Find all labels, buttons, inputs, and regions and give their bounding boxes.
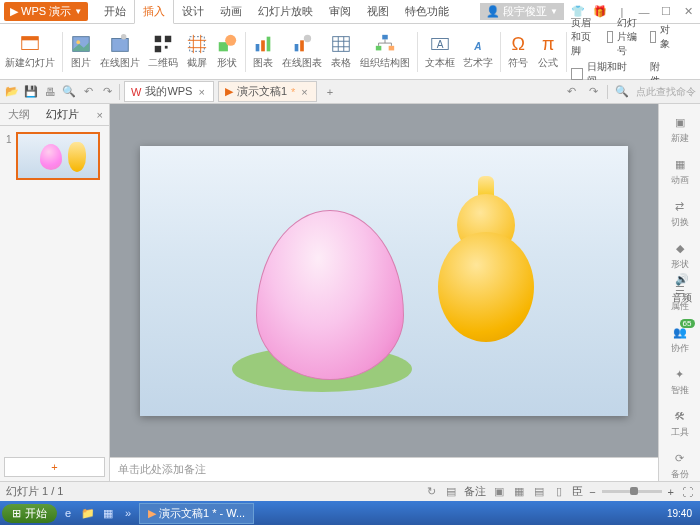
- slide-counter: 幻灯片 1 / 1: [6, 484, 63, 499]
- app-badge[interactable]: ▶ WPS 演示 ▼: [4, 2, 88, 21]
- view-slideshow-icon[interactable]: ▯: [552, 485, 566, 499]
- ribbon-formula[interactable]: π公式: [534, 24, 562, 79]
- save-icon[interactable]: 💾: [23, 84, 39, 100]
- image-cloud-icon: [109, 33, 131, 55]
- svg-text:A: A: [473, 41, 481, 52]
- loop-icon[interactable]: ↻: [424, 485, 438, 499]
- ribbon-textbox[interactable]: A文本框: [422, 24, 458, 79]
- menu-tab-review[interactable]: 审阅: [321, 0, 359, 23]
- ie-icon[interactable]: e: [59, 504, 77, 522]
- notes-pane[interactable]: 单击此处添加备注: [110, 457, 658, 481]
- ribbon-symbol[interactable]: Ω符号: [504, 24, 532, 79]
- svg-point-18: [304, 35, 311, 42]
- outline-tab[interactable]: 大纲: [0, 104, 38, 125]
- folder-icon[interactable]: 📁: [79, 504, 97, 522]
- svg-rect-1: [22, 37, 39, 41]
- ribbon-audio[interactable]: 🔊音频: [668, 24, 696, 525]
- close-icon[interactable]: ×: [299, 86, 309, 98]
- close-icon[interactable]: ×: [91, 109, 109, 121]
- menu-tab-insert[interactable]: 插入: [134, 0, 174, 24]
- notes-label[interactable]: 备注: [464, 484, 486, 499]
- svg-point-3: [76, 40, 80, 44]
- doc-tab-presentation[interactable]: ▶演示文稿1*×: [218, 81, 317, 102]
- peach-shape[interactable]: [256, 210, 404, 380]
- preview-icon[interactable]: 🔍: [61, 84, 77, 100]
- task-presentation[interactable]: ▶演示文稿1 * - W...: [139, 503, 254, 524]
- ribbon-chart[interactable]: 图表: [249, 24, 277, 79]
- status-bar: 幻灯片 1 / 1 ↻ ▤ 备注 ▣ ▦ ▤ ▯ 臣 − + ⛶: [0, 481, 700, 501]
- add-tab-button[interactable]: +: [321, 84, 339, 100]
- view-reading-icon[interactable]: ▤: [532, 485, 546, 499]
- org-icon: [374, 33, 396, 55]
- table-icon: [330, 33, 352, 55]
- add-slide-button[interactable]: +: [4, 457, 105, 477]
- slide-canvas[interactable]: [140, 146, 628, 416]
- user-icon: 👤: [486, 5, 500, 18]
- object-check[interactable]: [650, 31, 656, 43]
- ribbon-shapes[interactable]: 形状: [213, 24, 241, 79]
- collab-icon: 👥: [671, 323, 689, 341]
- user-name: 段宇俊亚: [503, 4, 547, 19]
- view-sorter-icon[interactable]: ▦: [512, 485, 526, 499]
- ribbon-qr[interactable]: 二维码: [145, 24, 181, 79]
- menu-tab-slideshow[interactable]: 幻灯片放映: [250, 0, 321, 23]
- chart-cloud-icon: [291, 33, 313, 55]
- notes-icon[interactable]: ▤: [444, 485, 458, 499]
- open-icon[interactable]: 📂: [4, 84, 20, 100]
- gourd-shape[interactable]: [438, 176, 534, 342]
- datetime-check[interactable]: [571, 68, 583, 80]
- speaker-icon: 🔊: [671, 268, 693, 290]
- svg-rect-17: [300, 40, 304, 51]
- undo-icon[interactable]: ↶: [80, 84, 96, 100]
- ribbon-online-image[interactable]: 在线图片: [97, 24, 143, 79]
- ribbon-image[interactable]: 图片: [67, 24, 95, 79]
- thumb-row[interactable]: 1: [6, 132, 103, 180]
- zoom-slider[interactable]: [602, 490, 662, 493]
- ribbon-wordart[interactable]: A艺术字: [460, 24, 496, 79]
- search-icon[interactable]: 🔍: [614, 84, 630, 100]
- editor: 单击此处添加备注: [110, 104, 658, 481]
- canvas-area[interactable]: [110, 104, 658, 457]
- taskbar: ⊞开始 e 📁 ▦ » ▶演示文稿1 * - W... 19:40: [0, 501, 700, 525]
- start-button[interactable]: ⊞开始: [2, 504, 57, 523]
- ribbon-org-chart[interactable]: 组织结构图: [357, 24, 413, 79]
- thumb-number: 1: [6, 132, 12, 145]
- undo-icon[interactable]: ↶: [563, 84, 579, 100]
- ribbon-table[interactable]: 表格: [327, 24, 355, 79]
- shapes-icon: [216, 33, 238, 55]
- thumbnails: 1: [0, 126, 109, 453]
- slides-tab[interactable]: 幻灯片: [38, 104, 87, 125]
- workspace: 大纲 幻灯片 × 1 + 单击此处添加备注: [0, 104, 700, 481]
- menu-tab-design[interactable]: 设计: [174, 0, 212, 23]
- app2-icon[interactable]: »: [119, 504, 137, 522]
- print-icon[interactable]: 🖶: [42, 84, 58, 100]
- mini-peach-icon: [40, 144, 62, 170]
- omega-icon: Ω: [507, 33, 529, 55]
- svg-rect-13: [256, 44, 260, 51]
- pi-icon: π: [537, 33, 559, 55]
- close-icon[interactable]: ×: [196, 86, 206, 98]
- doc-tab-mywps[interactable]: W我的WPS×: [124, 81, 214, 102]
- slide-number-check[interactable]: [607, 31, 613, 43]
- user-badge[interactable]: 👤段宇俊亚▼: [480, 3, 564, 20]
- redo-icon[interactable]: ↷: [585, 84, 601, 100]
- zoom-out[interactable]: −: [589, 486, 595, 498]
- menu-tab-features[interactable]: 特色功能: [397, 0, 457, 23]
- svg-rect-4: [111, 39, 128, 52]
- slide-thumbnail[interactable]: [16, 132, 100, 180]
- ribbon-new-slide[interactable]: 新建幻灯片: [2, 24, 58, 79]
- ribbon-screenshot[interactable]: 截屏: [183, 24, 211, 79]
- chevron-down-icon: ▼: [74, 7, 82, 16]
- crop-icon: [186, 33, 208, 55]
- header-footer-label[interactable]: 页眉和页脚: [571, 16, 593, 58]
- left-panel: 大纲 幻灯片 × 1 +: [0, 104, 110, 481]
- app-icon[interactable]: ▦: [99, 504, 117, 522]
- view-normal-icon[interactable]: ▣: [492, 485, 506, 499]
- ribbon-online-chart[interactable]: 在线图表: [279, 24, 325, 79]
- redo-icon[interactable]: ↷: [99, 84, 115, 100]
- svg-rect-20: [382, 35, 388, 40]
- menu-tab-start[interactable]: 开始: [96, 0, 134, 23]
- menu-tab-view[interactable]: 视图: [359, 0, 397, 23]
- menu-tab-animation[interactable]: 动画: [212, 0, 250, 23]
- svg-rect-8: [154, 46, 160, 52]
